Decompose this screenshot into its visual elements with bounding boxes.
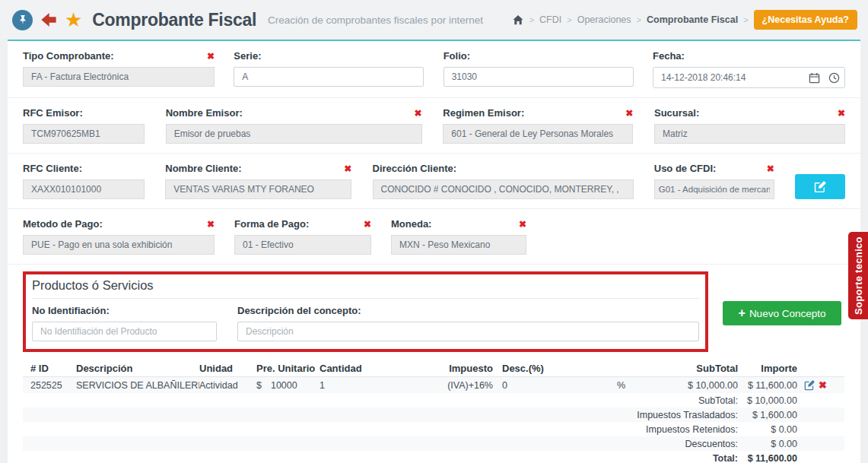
conceptos-table: # ID Descripción Unidad Pre. Unitario Ca… [23,360,844,463]
nuevo-concepto-label: Nuevo Concepto [749,308,826,319]
required-icon [767,163,774,174]
folio-input[interactable] [444,67,634,87]
field-label: No Identifiación: [32,305,110,316]
required-icon [625,107,633,119]
field-label: Uso de CFDI: [654,163,717,174]
cell-pre-unitario[interactable]: $10000 [256,380,320,391]
nombre-cliente-input[interactable] [165,179,351,199]
cell-subtotal: $ 10,000.00 [631,380,738,391]
field-label: Metodo de Pago: [23,218,103,230]
totals-value: $ 11,600.00 [738,453,797,463]
col-descripcion: Descripción [76,363,199,374]
col-desc-pct: Desc.(%) [493,363,586,374]
totals-value: $ 1,600.00 [738,410,797,420]
descripcion-concepto-input[interactable] [237,322,699,341]
direccion-cliente-input[interactable] [373,179,634,199]
form-row-1: Tipo Comprobante: Serie: Folio: Fecha: [8,41,860,98]
field-nombre-emisor: Nombre Emisor: [166,107,422,144]
topbar: Comprobante Fiscal Creación de comproban… [0,0,868,40]
clock-button[interactable] [825,68,844,87]
required-icon [415,107,422,119]
breadcrumb: CFDI Operaciones Comprobante Fiscal ¿Nec… [512,10,857,30]
field-serie: Serie: [234,50,424,88]
sucursal-input[interactable] [654,124,845,144]
field-direccion-cliente: Dirección Cliente: [373,163,634,199]
calendar-button[interactable] [805,68,825,87]
soporte-tecnico-tab[interactable]: Soporte tecnico [848,232,868,319]
rfc-emisor-input[interactable] [23,124,145,144]
breadcrumb-separator [743,14,748,25]
breadcrumb-cfdi[interactable]: CFDI [539,14,561,25]
form-row-2: RFC Emisor: Nombre Emisor: Regimen Emiso… [8,98,860,154]
delete-row-button[interactable] [819,379,827,391]
home-icon[interactable] [512,14,524,26]
field-sucursal: Sucursal: [654,107,845,144]
edit-row-button[interactable] [804,380,815,391]
field-label: Nombre Cliente: [165,163,241,174]
col-impuesto: Impuesto [445,363,493,374]
favorite-star-icon[interactable] [65,10,82,30]
totals-label: Total: [23,453,738,463]
section-title: Productos ó Servicios [32,277,699,299]
regimen-emisor-input[interactable] [443,124,633,144]
pushpin-glyph [17,14,28,25]
field-label: RFC Cliente: [23,163,82,174]
field-forma-pago: Forma de Pago: [234,218,371,255]
page-title: Comprobante Fiscal [92,10,256,30]
cell-id: 252525 [23,380,76,391]
field-rfc-cliente: RFC Cliente: [23,163,145,199]
table-row: 252525 SERVICIOS DE ALBAÑILERIA Activida… [23,377,844,393]
fecha-input[interactable] [653,68,805,87]
help-button[interactable]: ¿Necesitas Ayuda? [754,10,857,30]
edit-client-button[interactable] [795,174,845,199]
serie-input[interactable] [234,67,424,87]
back-arrow-icon[interactable] [40,11,58,28]
pushpin-icon[interactable] [12,10,33,30]
breadcrumb-separator [529,14,534,25]
totals-label: Impuestos Trasladados: [23,410,738,420]
field-label: Forma de Pago: [234,218,309,230]
moneda-input[interactable] [391,235,526,255]
metodo-pago-input[interactable] [23,235,215,255]
cell-descripcion: SERVICIOS DE ALBAÑILERIA [76,380,199,391]
uso-cfdi-input[interactable] [654,179,774,199]
field-label: Sucursal: [654,107,699,119]
cell-unidad: Actividad [199,380,256,391]
breadcrumb-separator [637,14,641,25]
totals-descuentos: Descuentos: $ 0.00 [23,436,844,451]
totals-label: SubTotal: [23,395,738,406]
breadcrumb-separator [567,14,571,25]
required-icon [207,218,215,230]
tipo-comprobante-input[interactable] [23,67,215,87]
col-cantidad: Cantidad [320,363,445,374]
field-label: Dirección Cliente: [373,163,457,174]
breadcrumb-operaciones[interactable]: Operaciones [577,14,631,25]
field-moneda: Moneda: [391,218,526,255]
field-label: Moneda: [391,218,431,230]
required-icon [207,50,215,62]
nuevo-concepto-button[interactable]: Nuevo Concepto [723,301,841,325]
no-identificacion-input[interactable] [32,322,217,341]
field-label: Tipo Comprobante: [23,50,114,62]
field-no-identificacion: No Identifiación: [32,305,217,341]
invoice-form-panel: Tipo Comprobante: Serie: Folio: Fecha: [8,40,860,463]
pre-unitario-value[interactable]: 10000 [271,380,297,391]
rfc-cliente-input[interactable] [23,179,145,199]
nombre-emisor-input[interactable] [166,124,422,144]
field-label: Folio: [444,50,470,62]
required-icon [364,218,371,230]
cell-desc-pct[interactable]: 0 [493,380,586,391]
forma-pago-input[interactable] [234,235,371,255]
totals-total: Total: $ 11,600.00 [23,451,844,463]
field-nombre-cliente: Nombre Cliente: [165,163,351,199]
totals-value: $ 10,000.00 [738,395,797,406]
field-folio: Folio: [444,50,634,88]
field-label: Fecha: [653,50,685,62]
page-subtitle: Creación de comprobantes fiscales por in… [268,14,483,26]
cell-cantidad[interactable]: 1 [320,380,445,391]
currency-symbol: $ [256,380,262,391]
field-descripcion-concepto: Descripción del concepto: [237,305,699,341]
col-importe: Importe [738,363,797,374]
field-uso-cfdi: Uso de CFDI: [654,163,774,199]
col-id: # ID [23,363,76,374]
